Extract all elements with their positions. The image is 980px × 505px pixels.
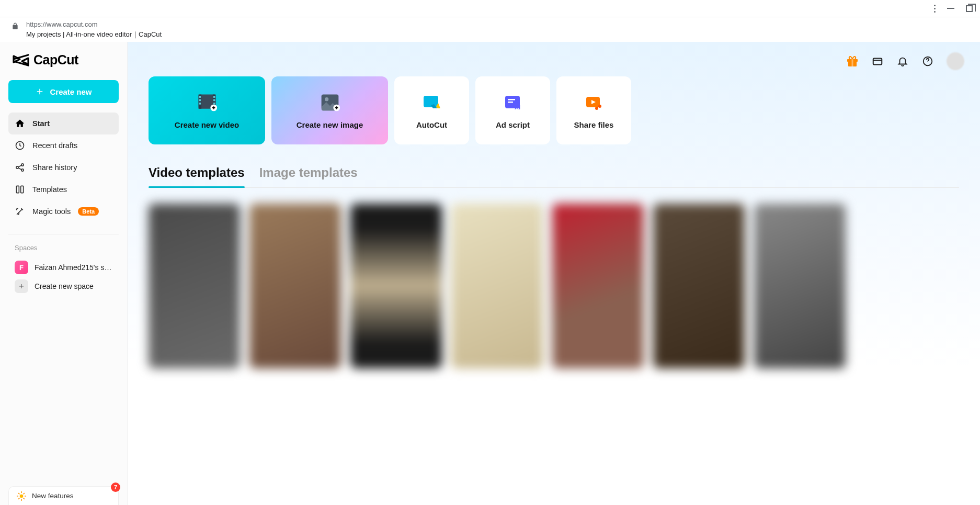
svg-rect-25 [424, 96, 438, 107]
autocut-icon [421, 92, 442, 113]
magic-icon [15, 206, 25, 217]
home-icon [15, 118, 25, 129]
card-label: AutoCut [416, 120, 447, 129]
sidebar-item-label: Templates [32, 185, 67, 194]
tab-image-templates[interactable]: Image templates [259, 165, 358, 187]
template-thumbnail[interactable] [653, 204, 745, 368]
card-label: Share files [574, 120, 614, 129]
template-thumbnail[interactable] [149, 204, 240, 368]
share-files-card[interactable]: Share files [556, 76, 631, 144]
create-new-image-card[interactable]: Create new image [271, 76, 388, 144]
header-icons [846, 52, 964, 70]
help-icon[interactable] [921, 55, 934, 68]
gift-icon[interactable] [846, 55, 859, 68]
logo-text: CapCut [33, 52, 78, 68]
svg-rect-10 [873, 59, 882, 65]
create-new-label: Create new [50, 87, 92, 96]
new-features-label: New features [32, 492, 74, 500]
create-space-label: Create new space [35, 282, 94, 290]
page-url[interactable]: https://www.capcut.com [26, 20, 162, 28]
create-new-button[interactable]: Create new [8, 80, 119, 103]
user-avatar[interactable] [947, 52, 964, 70]
sidebar-item-label: Recent drafts [32, 141, 77, 150]
create-new-video-card[interactable]: Create new video [149, 76, 265, 144]
plus-icon [35, 87, 44, 96]
svg-rect-16 [199, 99, 201, 101]
logo[interactable]: CapCut [13, 52, 119, 68]
svg-rect-28 [508, 102, 513, 103]
svg-rect-17 [199, 103, 201, 105]
plus-icon [15, 279, 28, 293]
film-icon [197, 92, 218, 113]
sidebar-item-recent-drafts[interactable]: Recent drafts [8, 134, 119, 156]
template-thumbnail[interactable] [249, 204, 341, 368]
svg-point-6 [20, 494, 24, 498]
svg-point-31 [598, 105, 601, 108]
action-cards-row: Create new video Create new image AutoCu… [149, 76, 959, 144]
new-features-button[interactable]: New features 7 [8, 486, 119, 505]
browser-menu-dots[interactable] [934, 5, 936, 13]
tab-video-templates[interactable]: Video templates [149, 165, 245, 187]
card-label: Create new video [175, 120, 239, 129]
notification-count-badge: 7 [111, 482, 120, 492]
template-tabs: Video templates Image templates [149, 165, 959, 188]
share-files-icon [584, 92, 605, 113]
sidebar: CapCut Create new Start Recent drafts Sh… [0, 42, 128, 505]
svg-rect-27 [508, 99, 515, 100]
sidebar-item-label: Share history [32, 163, 77, 172]
autocut-card[interactable]: AutoCut [394, 76, 469, 144]
svg-text:AI: AI [515, 104, 520, 110]
svg-rect-18 [213, 96, 215, 98]
clock-icon [15, 140, 25, 151]
ad-script-icon: AI [503, 92, 523, 113]
beta-badge: Beta [78, 207, 99, 216]
svg-rect-19 [213, 99, 215, 101]
template-thumbnail[interactable] [754, 204, 846, 368]
bell-icon[interactable] [896, 55, 909, 68]
template-thumbnail[interactable] [552, 204, 644, 368]
main-content: Create new video Create new image AutoCu… [128, 42, 980, 505]
svg-rect-5 [21, 186, 24, 193]
ad-script-card[interactable]: AI Ad script [475, 76, 550, 144]
capcut-logo-icon [13, 53, 29, 68]
card-label: Create new image [297, 120, 363, 129]
browser-window-controls [0, 0, 980, 17]
lock-icon [12, 23, 19, 30]
svg-rect-4 [16, 186, 19, 193]
svg-rect-9 [852, 59, 853, 66]
credit-icon[interactable] [871, 55, 884, 68]
divider [8, 234, 119, 234]
sidebar-item-label: Start [32, 119, 50, 128]
share-icon [15, 162, 25, 173]
svg-point-23 [325, 97, 328, 101]
browser-url-bar: https://www.capcut.com My projects | All… [0, 17, 980, 42]
create-new-space[interactable]: Create new space [8, 277, 119, 296]
sidebar-item-magic-tools[interactable]: Magic tools Beta [8, 200, 119, 222]
sidebar-item-start[interactable]: Start [8, 113, 119, 134]
svg-rect-20 [213, 103, 215, 105]
space-item[interactable]: F Faizan Ahmed215's s… [8, 258, 119, 277]
sidebar-item-share-history[interactable]: Share history [8, 156, 119, 178]
window-maximize[interactable] [966, 5, 973, 12]
space-avatar: F [15, 261, 28, 274]
sidebar-item-templates[interactable]: Templates [8, 178, 119, 200]
page-title: My projects | All-in-one video editor｜Ca… [26, 30, 162, 39]
image-icon [320, 92, 340, 113]
templates-icon [15, 184, 25, 195]
template-grid [149, 204, 959, 368]
template-thumbnail[interactable] [350, 204, 442, 368]
svg-rect-15 [199, 96, 201, 98]
space-label: Faizan Ahmed215's s… [35, 263, 111, 272]
card-label: Ad script [496, 120, 530, 129]
template-thumbnail[interactable] [451, 204, 543, 368]
window-minimize[interactable] [947, 8, 954, 9]
spaces-section-label: Spaces [8, 244, 119, 252]
sun-icon [16, 491, 27, 501]
sidebar-item-label: Magic tools [32, 207, 71, 216]
